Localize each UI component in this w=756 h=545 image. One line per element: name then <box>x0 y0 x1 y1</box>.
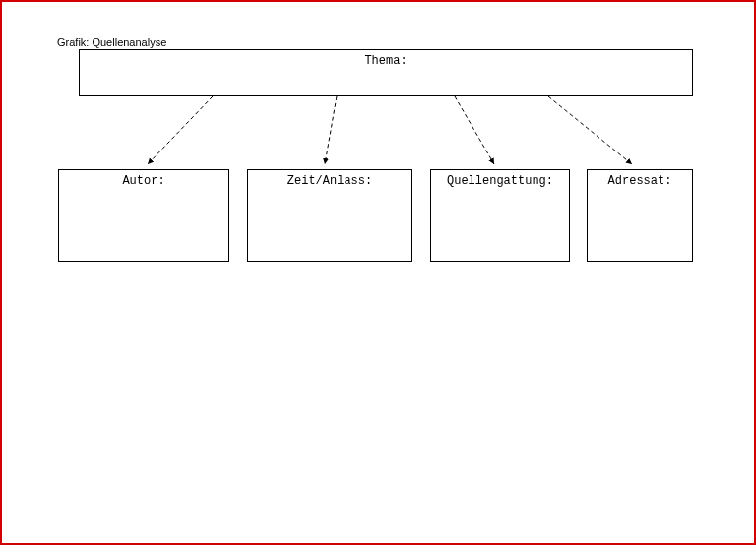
arrow-to-autor-icon <box>148 96 213 164</box>
autor-box: Autor: <box>58 169 229 262</box>
quellen-label: Quellengattung: <box>447 174 553 188</box>
thema-label: Thema: <box>364 54 407 68</box>
quellen-box: Quellengattung: <box>430 169 570 262</box>
autor-label: Autor: <box>122 174 164 188</box>
thema-box: Thema: <box>79 49 693 96</box>
zeit-label: Zeit/Anlass: <box>287 174 372 188</box>
arrow-to-zeit-icon <box>325 96 337 164</box>
zeit-box: Zeit/Anlass: <box>247 169 412 262</box>
adressat-box: Adressat: <box>587 169 693 262</box>
diagram-title: Grafik: Quellenanalyse <box>57 36 166 48</box>
arrow-to-quellen-icon <box>455 96 494 164</box>
adressat-label: Adressat: <box>608 174 672 188</box>
arrow-to-adressat-icon <box>548 96 632 164</box>
